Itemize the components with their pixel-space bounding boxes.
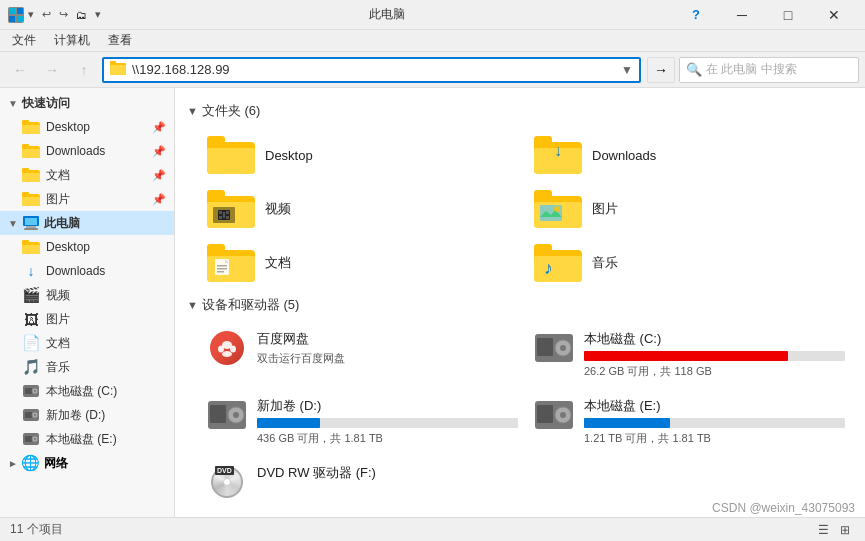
- svg-rect-12: [25, 388, 32, 394]
- music-folder-icon: ♪: [534, 244, 582, 282]
- sidebar-item-desktop-quick[interactable]: Desktop 📌: [0, 115, 174, 139]
- svg-point-18: [34, 414, 36, 416]
- sidebar-downloads-label: Downloads: [46, 144, 152, 158]
- svg-rect-3: [17, 16, 23, 22]
- svg-point-31: [554, 206, 560, 212]
- download-arrow-icon: ↓: [554, 142, 562, 160]
- minimize-btn[interactable]: ─: [719, 0, 765, 30]
- this-pc-label: 此电脑: [44, 215, 80, 232]
- maximize-btn[interactable]: □: [765, 0, 811, 30]
- sidebar: ▼ 快速访问 Desktop 📌 Downloads 📌: [0, 88, 175, 517]
- folder-docs-label: 文档: [265, 254, 291, 272]
- sidebar-item-desktop-pc[interactable]: Desktop: [0, 235, 174, 259]
- sidebar-d-label: 新加卷 (D:): [46, 407, 166, 424]
- dvd-icon: DVD: [207, 464, 247, 500]
- svg-rect-6: [110, 61, 116, 64]
- menu-file[interactable]: 文件: [4, 30, 44, 51]
- folder-item-pictures[interactable]: 图片: [526, 184, 853, 234]
- drives-chevron: ▼: [187, 299, 198, 311]
- pics-icon: [22, 190, 40, 208]
- d-drive-label: 新加卷 (D:): [257, 397, 518, 415]
- folder-grid: Desktop ↓ Downloads 视频: [199, 130, 853, 288]
- drive-item-c[interactable]: 本地磁盘 (C:) 26.2 GB 可用，共 118 GB: [526, 324, 853, 385]
- folders-section-label: 文件夹 (6): [202, 102, 261, 120]
- network-label: 网络: [44, 455, 68, 472]
- e-drive-info: 本地磁盘 (E:) 1.21 TB 可用，共 1.81 TB: [584, 397, 845, 446]
- back-btn[interactable]: ←: [6, 56, 34, 84]
- view-icons: ☰ ⊞: [813, 520, 855, 540]
- sidebar-item-documents-pc[interactable]: 📄 文档: [0, 331, 174, 355]
- this-pc-icon: [22, 214, 40, 232]
- sidebar-item-music-pc[interactable]: 🎵 音乐: [0, 355, 174, 379]
- sidebar-item-d-drive[interactable]: 新加卷 (D:): [0, 403, 174, 427]
- grid-view-btn[interactable]: ⊞: [835, 520, 855, 540]
- sidebar-downloads-pc-label: Downloads: [46, 264, 166, 278]
- d-drive-bar: [257, 418, 320, 428]
- menu-computer[interactable]: 计算机: [46, 30, 98, 51]
- redo-btn[interactable]: ↪: [59, 8, 68, 21]
- sidebar-item-downloads-quick[interactable]: Downloads 📌: [0, 139, 174, 163]
- folder-item-music[interactable]: ♪ 音乐: [526, 238, 853, 288]
- list-view-btn[interactable]: ☰: [813, 520, 833, 540]
- address-chevron[interactable]: ▼: [621, 63, 633, 77]
- folder-item-desktop[interactable]: Desktop: [199, 130, 526, 180]
- quick-access-more[interactable]: ▾: [95, 8, 101, 21]
- sidebar-music-label: 音乐: [46, 359, 166, 376]
- folder-item-downloads[interactable]: ↓ Downloads: [526, 130, 853, 180]
- address-bar[interactable]: ▼: [102, 57, 641, 83]
- drive-grid: 百度网盘 双击运行百度网盘 本地磁盘 (C:): [199, 324, 853, 506]
- folder-item-docs[interactable]: 文档: [199, 238, 526, 288]
- svg-rect-42: [537, 338, 553, 356]
- sidebar-c-label: 本地磁盘 (C:): [46, 383, 166, 400]
- svg-rect-1: [17, 8, 23, 14]
- status-right: ☰ ⊞: [813, 520, 855, 540]
- folder-item-video[interactable]: 视频: [199, 184, 526, 234]
- help-btn[interactable]: ?: [673, 0, 719, 30]
- drive-item-d[interactable]: 新加卷 (D:) 436 GB 可用，共 1.81 TB: [199, 391, 526, 452]
- sidebar-item-docs-quick[interactable]: 文档 📌: [0, 163, 174, 187]
- menu-view[interactable]: 查看: [100, 30, 140, 51]
- c-drive-label: 本地磁盘 (C:): [584, 330, 845, 348]
- drive-item-e[interactable]: 本地磁盘 (E:) 1.21 TB 可用，共 1.81 TB: [526, 391, 853, 452]
- c-drive-info: 本地磁盘 (C:) 26.2 GB 可用，共 118 GB: [584, 330, 845, 379]
- search-bar[interactable]: 🔍 在 此电脑 中搜索: [679, 57, 859, 83]
- video-folder-icon: [207, 190, 255, 228]
- drive-item-baidu[interactable]: 百度网盘 双击运行百度网盘: [199, 324, 526, 385]
- svg-rect-35: [217, 268, 227, 270]
- close-btn[interactable]: ✕: [811, 0, 857, 30]
- folders-section-header[interactable]: ▼ 文件夹 (6): [187, 102, 853, 120]
- svg-rect-27: [226, 216, 229, 219]
- c-drive-icon: [22, 382, 40, 400]
- docs-folder-icon: [207, 244, 255, 282]
- drives-section-header[interactable]: ▼ 设备和驱动器 (5): [187, 296, 853, 314]
- search-placeholder: 在 此电脑 中搜索: [706, 61, 797, 78]
- sidebar-pictures-label: 图片: [46, 311, 166, 328]
- up-btn[interactable]: ↑: [70, 56, 98, 84]
- drive-item-dvd[interactable]: DVD DVD RW 驱动器 (F:): [199, 458, 526, 506]
- address-go-btn[interactable]: →: [647, 57, 675, 83]
- d-drive-icon-content: [207, 397, 247, 433]
- sidebar-item-videos-pc[interactable]: 🎬 视频: [0, 283, 174, 307]
- undo-btn[interactable]: ↩: [42, 8, 51, 21]
- network-chevron: ►: [8, 458, 18, 469]
- sidebar-item-downloads-pc[interactable]: ↓ Downloads: [0, 259, 174, 283]
- desktop-icon: [22, 118, 40, 136]
- svg-rect-0: [9, 8, 15, 14]
- sidebar-e-label: 本地磁盘 (E:): [46, 431, 166, 448]
- svg-point-48: [233, 412, 239, 418]
- sidebar-item-c-drive[interactable]: 本地磁盘 (C:): [0, 379, 174, 403]
- properties-btn[interactable]: 🗂: [76, 9, 87, 21]
- pictures-folder-icon: [534, 190, 582, 228]
- address-input[interactable]: [132, 62, 621, 77]
- this-pc-header[interactable]: ▼ 此电脑: [0, 211, 174, 235]
- svg-rect-25: [226, 211, 229, 214]
- sidebar-item-pictures-pc[interactable]: 🖼 图片: [0, 307, 174, 331]
- sidebar-item-pics-quick[interactable]: 图片 📌: [0, 187, 174, 211]
- quick-access-chevron: ▼: [8, 98, 18, 109]
- dvd-info: DVD RW 驱动器 (F:): [257, 464, 518, 485]
- quick-access-header[interactable]: ▼ 快速访问: [0, 92, 174, 115]
- sidebar-item-e-drive[interactable]: 本地磁盘 (E:): [0, 427, 174, 451]
- forward-btn[interactable]: →: [38, 56, 66, 84]
- sidebar-network-header[interactable]: ► 🌐 网络: [0, 451, 174, 475]
- svg-rect-8: [25, 218, 37, 225]
